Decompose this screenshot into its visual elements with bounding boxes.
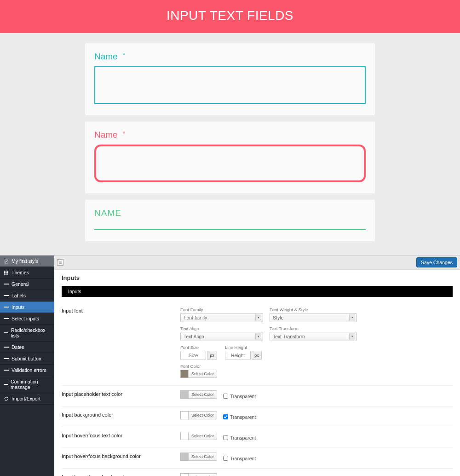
sidebar-item-labels[interactable]: Labels	[0, 290, 54, 302]
row-input-font: Input font Font Family Font family▾ Font…	[62, 302, 453, 386]
collapse-button[interactable]	[57, 259, 63, 266]
color-swatch[interactable]	[180, 453, 189, 461]
preview-header: INPUT TEXT FIELDS	[0, 0, 460, 33]
field-label: Name *	[94, 130, 366, 140]
text-transform-select[interactable]: Text Transform▾	[270, 332, 357, 341]
chevron-down-icon: ▾	[349, 333, 355, 340]
row-hover-border-color: Input hover/focus border color Select Co…	[62, 469, 453, 476]
select-color-button[interactable]: Select Color	[188, 432, 217, 440]
collapse-icon	[58, 261, 62, 264]
transparent-checkbox[interactable]	[223, 435, 228, 440]
dash-icon	[4, 332, 8, 333]
transparent-checkbox[interactable]	[223, 414, 228, 419]
font-weight-select[interactable]: Style▾	[270, 313, 357, 322]
color-swatch[interactable]	[180, 432, 189, 440]
sidebar-item-import-export[interactable]: Import/Export	[0, 393, 54, 405]
topbar: Save Changes	[54, 255, 460, 270]
refresh-icon	[4, 396, 9, 401]
font-size-label: Font Size	[180, 345, 218, 350]
select-color-button[interactable]: Select Color	[188, 411, 217, 419]
text-input-preview[interactable]	[94, 229, 366, 230]
unit-px: px	[207, 351, 217, 360]
dash-icon	[4, 318, 9, 319]
font-family-select[interactable]: Font family▾	[180, 313, 263, 322]
text-align-select[interactable]: Text Align▾	[180, 332, 263, 341]
row-label: Input font	[62, 307, 180, 379]
sidebar-item-general[interactable]: General	[0, 279, 54, 290]
select-color-button[interactable]: Select Color	[188, 370, 217, 378]
dash-icon	[4, 347, 9, 348]
transparent-checkbox-label[interactable]: Transparent	[223, 456, 256, 461]
dash-icon	[4, 295, 9, 296]
row-label: Input hover/focus text color	[62, 432, 180, 441]
text-input-preview[interactable]	[94, 66, 366, 104]
sidebar-item-my-first-style[interactable]: My first style	[0, 255, 54, 267]
text-transform-label: Text Transform	[270, 326, 357, 331]
select-color-button[interactable]: Select Color	[188, 473, 217, 476]
svg-rect-2	[7, 270, 8, 271]
row-background-color: Input background color Select Color Tran…	[62, 406, 453, 427]
sidebar: My first style Themes General Labels Inp…	[0, 255, 54, 476]
font-weight-label: Font Weight & Style	[270, 307, 357, 312]
panel: Inputs Inputs Input font Font Family Fon…	[54, 270, 460, 476]
color-swatch[interactable]	[180, 473, 189, 476]
row-hover-bg-color: Input hover/focus background color Selec…	[62, 448, 453, 469]
svg-rect-5	[7, 272, 8, 273]
transparent-checkbox-label[interactable]: Transparent	[223, 435, 256, 441]
preview-title: INPUT TEXT FIELDS	[0, 8, 460, 23]
preview-field-teal: Name *	[85, 43, 375, 115]
chevron-down-icon: ▾	[255, 314, 261, 321]
dash-icon	[4, 370, 9, 371]
preview-body: Name * Name * NAME	[0, 33, 460, 255]
dash-icon	[4, 284, 9, 284]
unit-px: px	[252, 351, 262, 360]
text-input-preview[interactable]	[94, 145, 366, 182]
font-color-label: Font Color	[180, 364, 263, 369]
grid-icon	[4, 270, 9, 275]
dash-icon	[4, 307, 9, 308]
panel-title: Inputs	[62, 274, 453, 281]
sidebar-item-dates[interactable]: Dates	[0, 342, 54, 353]
content-area: Save Changes Inputs Inputs Input font Fo…	[54, 255, 460, 476]
select-color-button[interactable]: Select Color	[188, 390, 217, 399]
svg-rect-6	[4, 273, 5, 274]
transparent-checkbox-label[interactable]: Transparent	[223, 414, 256, 420]
edit-icon	[4, 259, 9, 264]
field-label: NAME	[94, 208, 366, 218]
transparent-checkbox-label[interactable]: Transparent	[223, 394, 256, 399]
row-placeholder-color: Input placeholder text color Select Colo…	[62, 386, 453, 406]
sidebar-item-validation-errors[interactable]: Validation errors	[0, 365, 54, 376]
chevron-down-icon: ▾	[349, 314, 355, 321]
sidebar-item-confirmation[interactable]: Confirmation message	[0, 376, 54, 393]
line-height-label: Line Height	[225, 345, 263, 350]
svg-rect-1	[6, 270, 6, 271]
dash-icon	[4, 384, 8, 385]
sidebar-item-select-inputs[interactable]: Select inputs	[0, 313, 54, 325]
sidebar-item-radio-checkbox[interactable]: Radio/checkbox lists	[0, 325, 54, 342]
save-changes-button[interactable]: Save Changes	[416, 257, 457, 267]
sidebar-item-inputs[interactable]: Inputs	[0, 302, 54, 313]
preview-field-red: Name *	[85, 122, 375, 193]
svg-rect-7	[6, 273, 6, 274]
transparent-checkbox[interactable]	[223, 394, 228, 399]
color-swatch[interactable]	[180, 411, 189, 419]
chevron-down-icon: ▾	[255, 333, 261, 340]
transparent-checkbox[interactable]	[223, 456, 228, 461]
row-label: Input hover/focus background color	[62, 453, 180, 462]
line-height-input[interactable]	[225, 351, 251, 360]
font-size-input[interactable]	[180, 351, 206, 360]
dash-icon	[4, 358, 9, 359]
row-hover-text-color: Input hover/focus text color Select Colo…	[62, 427, 453, 448]
svg-rect-3	[4, 272, 5, 273]
svg-rect-4	[6, 272, 6, 273]
svg-rect-8	[7, 273, 8, 274]
sidebar-item-submit-button[interactable]: Submit button	[0, 353, 54, 365]
row-label: Input placeholder text color	[62, 390, 180, 400]
row-label: Input background color	[62, 411, 180, 420]
field-label: Name *	[94, 52, 366, 62]
tab-inputs[interactable]: Inputs	[62, 286, 453, 297]
color-swatch[interactable]	[180, 390, 189, 399]
sidebar-item-themes[interactable]: Themes	[0, 267, 54, 279]
color-swatch[interactable]	[180, 370, 189, 378]
select-color-button[interactable]: Select Color	[188, 453, 217, 461]
